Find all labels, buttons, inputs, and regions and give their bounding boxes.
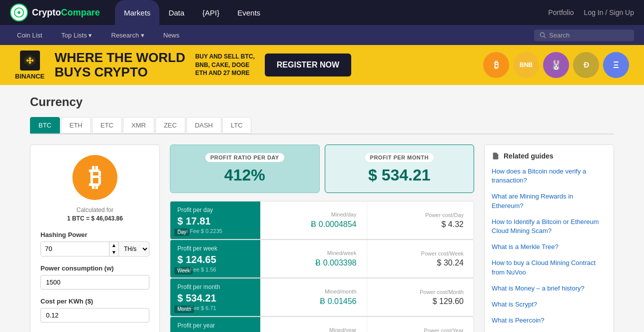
power-consumption-section: Power consumption (w) [40, 264, 149, 290]
mined-label: Mined/week [327, 250, 357, 256]
related-guides: Related guides How does a Bitcoin node v… [484, 144, 614, 332]
list-item[interactable]: How to buy a Cloud Mining Contract from … [492, 258, 607, 276]
sec-nav-research[interactable]: Research ▾ [104, 25, 151, 45]
profit-row-power: Power cost/Year $ 1,576.80 [367, 317, 474, 332]
profit-summary: PROFIT RATIO PER DAY 412% PROFIT PER MON… [170, 144, 474, 193]
tab-eth[interactable]: ETH [61, 117, 91, 134]
page-content: Currency BTC ETH ETC XMR ZEC DASH LTC ₿ … [0, 85, 644, 332]
profit-row-period: Month [174, 306, 194, 313]
tab-ltc[interactable]: LTC [222, 117, 251, 134]
profit-row-power: Power cost/Day $ 4.32 [367, 202, 474, 239]
list-item[interactable]: What is Peercoin? [492, 316, 607, 325]
list-item[interactable]: How does a Bitcoin node verify a transac… [492, 167, 607, 185]
nav-markets[interactable]: Markets [115, 0, 159, 25]
binance-icon [20, 50, 40, 70]
list-item[interactable]: What is Money – a brief history? [492, 284, 607, 293]
tab-btc[interactable]: BTC [30, 117, 60, 134]
profit-row-amount: $ 17.81 [177, 216, 253, 227]
profit-row-amount: $ 124.65 [177, 254, 253, 266]
cost-per-kwh-section: Cost per KWh ($) [40, 298, 149, 322]
power-label: Power cost/Month [420, 289, 464, 295]
mined-label: Mined/day [331, 212, 357, 218]
power-label: Power cost/Year [424, 328, 464, 332]
logo[interactable]: CryptoCompare [10, 4, 100, 22]
power-value: $ 30.24 [437, 258, 464, 268]
logo-text: CryptoCompare [32, 8, 100, 18]
profit-row-mined: Mined/week Ƀ 0.003398 [260, 240, 367, 278]
hash-unit-select[interactable]: TH/s GH/s MH/s [119, 243, 149, 255]
cost-per-kwh-label: Cost per KWh ($) [40, 298, 149, 305]
table-row: Profit per day $ 17.81 Pool Fee $ 0.2235… [170, 201, 474, 240]
cost-per-kwh-input[interactable] [40, 308, 149, 322]
banner-headline: WHERE THE WORLD BUYS CRYPTO [54, 50, 185, 79]
profit-day-card: PROFIT RATIO PER DAY 412% [170, 144, 320, 193]
mined-value: Ƀ 0.01456 [320, 296, 356, 306]
tab-dash[interactable]: DASH [186, 117, 221, 134]
profit-row-title: Profit per week [177, 245, 253, 252]
right-panel: Related guides How does a Bitcoin node v… [484, 144, 614, 332]
guides-list: How does a Bitcoin node verify a transac… [492, 167, 607, 325]
list-item[interactable]: What is Scrypt? [492, 300, 607, 309]
profit-row-label: Profit per day $ 17.81 Pool Fee $ 0.2235… [170, 202, 260, 239]
mined-value: Ƀ 0.0004854 [311, 220, 356, 229]
profit-row-period: Day [174, 228, 189, 236]
hashing-power-input[interactable] [41, 242, 109, 256]
top-navigation: CryptoCompare Markets Data {API} Events … [0, 0, 644, 25]
btc-coin-icon: ₿ [483, 52, 509, 78]
table-row: Profit per year $ 6,499.51 Pool Fee $ 81… [170, 316, 474, 332]
tab-etc[interactable]: ETC [92, 117, 122, 134]
power-consumption-input[interactable] [40, 275, 149, 290]
profit-row-label: Profit per month $ 534.21 Pool Fee $ 6.7… [170, 278, 260, 316]
main-nav: Markets Data {API} Events [115, 0, 548, 25]
tab-zec[interactable]: ZEC [155, 117, 185, 134]
profit-row-title: Profit per year [177, 322, 253, 329]
power-label: Power cost/Week [421, 250, 464, 256]
btc-icon-container: ₿ [40, 155, 149, 200]
search-input[interactable] [549, 32, 629, 39]
tab-xmr[interactable]: XMR [123, 117, 154, 134]
hash-increment-button[interactable]: ▲ [109, 242, 118, 249]
sec-nav-top-lists[interactable]: Top Lists ▾ [54, 25, 99, 45]
hash-stepper[interactable]: ▲ ▼ [109, 242, 119, 256]
list-item[interactable]: How to Identify a Bitcoin or Ethereum Cl… [492, 218, 607, 236]
pool-fee-label: Pool Fee (%) [40, 330, 149, 332]
profit-month-card: PROFIT PER MONTH $ 534.21 [325, 144, 475, 193]
profit-row-label: Profit per year $ 6,499.51 Pool Fee $ 81… [170, 317, 260, 332]
btc-logo: ₿ [72, 155, 117, 200]
power-label: Power cost/Day [425, 212, 464, 218]
table-row: Profit per month $ 534.21 Pool Fee $ 6.7… [170, 278, 474, 316]
power-consumption-label: Power consumption (w) [40, 264, 149, 272]
profit-day-label: PROFIT RATIO PER DAY [205, 153, 284, 162]
profit-rows: Profit per day $ 17.81 Pool Fee $ 0.2235… [170, 201, 474, 332]
search-icon [539, 32, 546, 38]
search-box[interactable] [534, 30, 634, 41]
login-link[interactable]: Log In / Sign Up [584, 8, 634, 16]
list-item[interactable]: What are Mining Rewards in Ethereum? [492, 192, 607, 210]
list-item[interactable]: What is a Merkle Tree? [492, 242, 607, 252]
sec-nav-news[interactable]: News [156, 25, 187, 45]
banner-coins: ₿ BNB 🐰 Ɖ Ξ [483, 52, 629, 78]
eth-coin-icon: Ξ [603, 52, 629, 78]
nav-right: Portfolio Log In / Sign Up [548, 8, 634, 16]
profit-row-mined: Mined/day Ƀ 0.0004854 [260, 202, 367, 239]
profit-row-label: Profit per week $ 124.65 Pool Fee $ 1.56… [170, 240, 260, 278]
secondary-navigation: Coin List Top Lists ▾ Research ▾ News [0, 25, 644, 45]
nav-events[interactable]: Events [228, 0, 269, 25]
profit-month-value: $ 534.21 [368, 166, 431, 184]
profit-row-title: Profit per day [177, 206, 253, 214]
page-title: Currency [30, 95, 614, 109]
sec-nav-coin-list[interactable]: Coin List [10, 25, 49, 45]
svg-line-2 [544, 36, 546, 38]
brand-name: BINANCE [15, 72, 44, 80]
profit-day-value: 412% [224, 166, 265, 184]
hashing-power-input-group[interactable]: ▲ ▼ TH/s GH/s MH/s [40, 242, 149, 256]
calculated-for: Calculated for 1 BTC = $ 46,043.86 [40, 206, 149, 223]
portfolio-link[interactable]: Portfolio [548, 8, 574, 16]
nav-data[interactable]: Data [159, 0, 193, 25]
profit-row-title: Profit per month [177, 284, 253, 290]
bnb-coin-icon: BNB [513, 52, 539, 78]
nav-api[interactable]: {API} [193, 0, 228, 25]
register-now-button[interactable]: REGISTER NOW [265, 54, 351, 76]
pool-fee-section: Pool Fee (%) [40, 330, 149, 332]
hash-decrement-button[interactable]: ▼ [109, 249, 118, 256]
